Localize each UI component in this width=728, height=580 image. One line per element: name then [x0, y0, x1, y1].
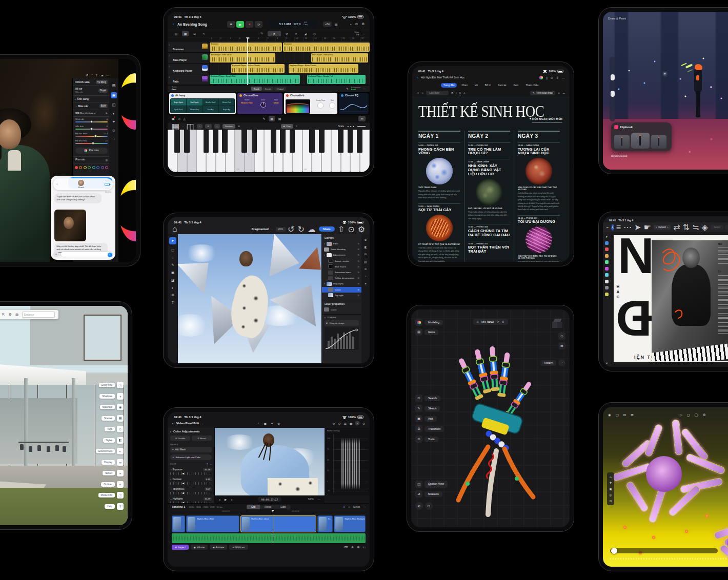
clip-partial[interactable] [172, 515, 185, 532]
underline-button[interactable]: U [459, 92, 461, 95]
more-icon[interactable]: ⋯ [318, 498, 321, 501]
disable-button[interactable]: ⊘ Disable [170, 436, 190, 441]
crop-tool[interactable] [605, 273, 609, 277]
help-button[interactable]: Help? [105, 503, 124, 510]
share-icon[interactable]: ⇧ [556, 76, 559, 79]
cloud-icon[interactable]: ☁ [100, 73, 104, 77]
search-icon[interactable]: ⊙ [551, 76, 553, 79]
layer-row-selected[interactable]: Curve⊙ [322, 287, 361, 293]
healing-icon[interactable]: ✦ [112, 120, 115, 124]
comments-icon[interactable]: ▤ [364, 260, 367, 263]
clip[interactable]: S... [317, 515, 333, 532]
render-viewport[interactable] [603, 407, 728, 567]
slider-brightness[interactable]: ☼Brightness9.07 [170, 487, 212, 495]
settings-icon[interactable]: ⚙ [358, 224, 365, 234]
media-icon[interactable]: ▦ [350, 422, 353, 425]
avatar[interactable] [78, 180, 84, 186]
video-call-icon[interactable] [105, 183, 110, 186]
metronome-icon[interactable]: ◬ [183, 117, 186, 120]
zoom-out-icon[interactable]: ⊖ [362, 422, 365, 425]
region-drummer-2[interactable]: Drummer [283, 43, 370, 52]
view-grid-icon[interactable]: ▤ [173, 31, 179, 36]
lasso-tool[interactable]: ◌ [172, 256, 174, 259]
brush-tool[interactable] [605, 247, 609, 251]
designer-icon[interactable] [539, 76, 543, 79]
settings-icon[interactable]: ⚙ [361, 22, 365, 26]
tools-button[interactable]: Tools [424, 437, 438, 442]
shape-tool[interactable] [605, 267, 609, 271]
entity-info-button[interactable]: Entity Infoⓘ [99, 382, 124, 388]
tools-icon[interactable]: ✕ [415, 436, 422, 443]
gradient-tool[interactable] [605, 293, 609, 296]
pencil-icon[interactable]: ✎ [263, 117, 266, 120]
drag-on-image-button[interactable]: ☛Drag on image [325, 320, 359, 326]
document-canvas[interactable]: THIẾT KẾ SINH HỌC HỘI NGHỊ ĐỔI MỚI NGÀY … [412, 97, 570, 262]
sketch-icon[interactable]: ✎ [415, 405, 422, 412]
frame-thumbnails[interactable] [614, 133, 666, 149]
settings-icon[interactable]: ⚙ [703, 413, 706, 417]
outliner-button[interactable]: Outliner≡ [101, 481, 124, 488]
masking-icon[interactable]: ◐ [113, 112, 115, 115]
import-icon[interactable]: ⊕ [277, 422, 280, 425]
curves-graph[interactable] [325, 327, 359, 350]
timer-icon[interactable]: ◔ [350, 22, 352, 26]
multicam-button[interactable]: ⊟ Multicam [229, 545, 248, 550]
region-pad-1[interactable]: Keyboard Player - Simple Pad [210, 75, 300, 84]
orientation-cube[interactable] [551, 318, 563, 330]
flipbook-panel[interactable]: Flipbook [611, 122, 672, 151]
light-section[interactable]: Ánh sáng [77, 97, 89, 100]
snapping-icon[interactable]: ◇ [348, 506, 350, 508]
font-name[interactable]: Lato Bold [426, 91, 449, 95]
app-icon[interactable]: A [612, 224, 614, 231]
help-icon[interactable]: ⊙ [348, 224, 354, 234]
decay-knob[interactable] [317, 102, 323, 109]
back-icon[interactable]: ‹ [172, 421, 174, 426]
add-button[interactable]: Add [424, 416, 437, 422]
back-icon[interactable]: ‹ [417, 75, 418, 80]
layer-group-row[interactable]: ▾Adjustments⊙ [322, 252, 361, 258]
project-title[interactable]: Video Final Edit [176, 422, 199, 425]
message-field[interactable]: ↑ [60, 252, 113, 257]
measure-button[interactable]: Measure [424, 491, 442, 497]
home-icon[interactable]: ⌂ [477, 320, 479, 323]
arrange-area[interactable]: Drummer Drummer Bass Player - Indie Disc… [210, 42, 370, 85]
undo-icon[interactable]: ↺ [288, 224, 294, 234]
video-preview[interactable] [215, 428, 325, 495]
song-title[interactable]: An Evening Song [177, 23, 207, 26]
pattern-tool[interactable]: ◷ [311, 31, 318, 36]
clone-tool[interactable]: ▣ [171, 271, 174, 275]
more-icon[interactable]: ⋯ [562, 76, 565, 79]
mixer-icon[interactable]: ▥ [335, 23, 338, 26]
view-pencil-icon[interactable]: ✎ [200, 31, 207, 36]
history-icon[interactable]: ◔ [365, 275, 366, 278]
items-button[interactable]: Items [424, 329, 438, 335]
crop-tool[interactable]: ⧉ [172, 293, 174, 297]
more-icon[interactable]: ⋯ [623, 222, 632, 232]
soften-button[interactable]: Soften◒ [103, 470, 124, 477]
highlight-icon[interactable]: A [463, 92, 465, 95]
home-icon[interactable]: ⌂ [172, 224, 177, 234]
track-header-drummer[interactable]: 1DrummerMSR [168, 42, 210, 53]
camera-icon[interactable]: ▣ [172, 117, 175, 120]
measure-icon[interactable]: ⊿ [415, 490, 422, 498]
same-menu[interactable]: Same [725, 225, 728, 230]
add-mask-button[interactable]: +Add Mask [170, 447, 212, 452]
bold-button[interactable]: B [451, 92, 453, 95]
back-icon[interactable]: ‹ [56, 182, 58, 187]
region-icon[interactable]: ⊡ [610, 500, 612, 503]
bar-ruler[interactable]: 1234567891011121314151617 [210, 37, 370, 42]
section-view-button[interactable]: Section ViewOff [424, 481, 448, 488]
ribbon-tabs[interactable]: Trang đầuChènVẽBố tríXem lạiXemTham chiế… [412, 81, 570, 89]
layer-row[interactable]: Top right⊙ [322, 293, 361, 298]
add-icon[interactable]: ▣ [415, 415, 422, 422]
align-icon[interactable]: ≒ [692, 222, 699, 232]
region-keys-block[interactable]: Keyboard Player - Block Chords [289, 64, 358, 73]
undo-icon[interactable]: ↺ [417, 92, 419, 95]
auto-button[interactable]: Tự động [96, 80, 108, 84]
snap-value[interactable]: 1/4 [356, 34, 359, 36]
color-icon[interactable]: ◐ [355, 421, 359, 425]
audio-track[interactable] [172, 533, 366, 543]
pencil-tool[interactable] [605, 254, 609, 258]
display-button[interactable]: Display∞ [102, 459, 124, 466]
track-header-pads[interactable]: 4PadsMSR [168, 74, 210, 85]
